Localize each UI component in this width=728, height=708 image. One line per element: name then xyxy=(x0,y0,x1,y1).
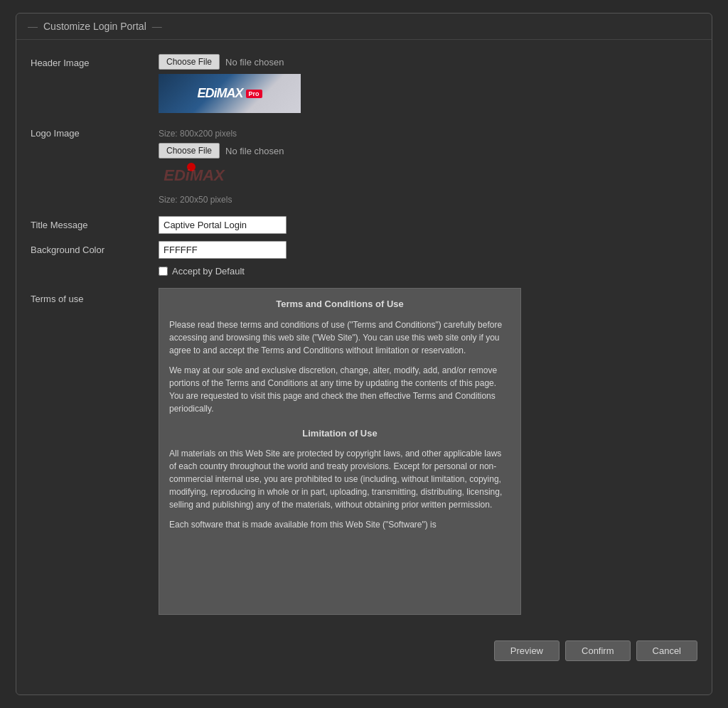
header-image-control: Choose File No file chosen EDiMAX Pro xyxy=(159,54,697,113)
header-size-hint: Size: 800x200 pixels xyxy=(159,129,697,139)
terms-of-use-label: Terms of use xyxy=(31,288,159,304)
background-color-input[interactable] xyxy=(159,241,287,259)
edimax-text: EDiMAX xyxy=(197,86,242,101)
terms-para-4: Each software that is made available fro… xyxy=(169,518,510,531)
logo-image-preview: EDiMAX xyxy=(159,163,230,188)
dialog-title: Customize Login Portal xyxy=(16,14,712,40)
logo-image-control: Size: 800x200 pixels Choose File No file… xyxy=(159,124,697,209)
edimax-logo: EDiMAX Pro xyxy=(197,86,262,101)
terms-of-use-control: Terms and Conditions of Use Please read … xyxy=(159,288,697,615)
accept-by-default-label-spacer xyxy=(31,266,159,269)
logo-text-faded: EDiMAX xyxy=(164,166,225,185)
background-color-control xyxy=(159,241,697,259)
accept-by-default-row: Accept by Default xyxy=(31,266,697,281)
header-choose-file-button[interactable]: Choose File xyxy=(159,54,220,70)
logo-no-file-text: No file chosen xyxy=(225,146,284,156)
title-message-control xyxy=(159,216,697,234)
header-no-file-text: No file chosen xyxy=(225,57,284,68)
cancel-button[interactable]: Cancel xyxy=(636,640,697,661)
terms-para-1: Please read these terms and conditions o… xyxy=(169,318,510,357)
customize-login-portal-dialog: Customize Login Portal Header Image Choo… xyxy=(16,13,712,695)
footer-buttons: Preview Confirm Cancel xyxy=(16,629,712,661)
logo-choose-file-button[interactable]: Choose File xyxy=(159,143,220,159)
logo-image-label: Logo Image xyxy=(31,124,159,139)
pro-badge: Pro xyxy=(246,90,262,98)
title-message-label: Title Message xyxy=(31,216,159,230)
logo-size-hint: Size: 200x50 pixels xyxy=(159,195,697,205)
accept-by-default-label: Accept by Default xyxy=(172,266,245,277)
confirm-button[interactable]: Confirm xyxy=(565,640,631,661)
accept-by-default-checkbox[interactable] xyxy=(159,267,168,276)
terms-para-3: All materials on this Web Site are prote… xyxy=(169,447,510,511)
dialog-title-text: Customize Login Portal xyxy=(43,21,146,32)
preview-button[interactable]: Preview xyxy=(494,640,560,661)
logo-image-row: Logo Image Size: 800x200 pixels Choose F… xyxy=(31,124,697,209)
background-color-label: Background Color xyxy=(31,241,159,255)
title-message-input[interactable] xyxy=(159,216,287,234)
header-image-row: Header Image Choose File No file chosen … xyxy=(31,54,697,113)
terms-box[interactable]: Terms and Conditions of Use Please read … xyxy=(159,288,521,615)
header-file-row: Choose File No file chosen xyxy=(159,54,697,70)
logo-file-row: Choose File No file chosen xyxy=(159,143,697,159)
header-image-label: Header Image xyxy=(31,54,159,68)
terms-title: Terms and Conditions of Use xyxy=(169,297,510,311)
terms-para-2: We may at our sole and exclusive discret… xyxy=(169,364,510,415)
terms-subtitle: Limitation of Use xyxy=(169,427,510,441)
content-area: Header Image Choose File No file chosen … xyxy=(16,40,712,629)
background-color-row: Background Color xyxy=(31,241,697,259)
title-message-row: Title Message xyxy=(31,216,697,234)
accept-by-default-control: Accept by Default xyxy=(159,266,245,277)
terms-of-use-row: Terms of use Terms and Conditions of Use… xyxy=(31,288,697,615)
header-image-preview: EDiMAX Pro xyxy=(159,74,301,113)
